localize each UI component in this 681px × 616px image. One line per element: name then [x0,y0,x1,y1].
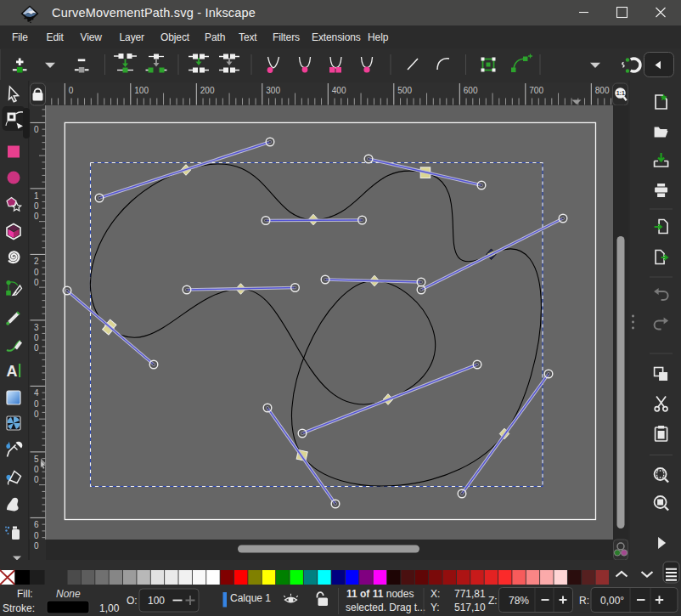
svg-text:None: None [56,588,81,600]
svg-text:Stroke:: Stroke: [3,602,35,614]
svg-text:0: 0 [34,475,39,484]
svg-text:0: 0 [34,278,39,287]
svg-text:500: 500 [397,86,412,95]
svg-text:400: 400 [332,86,346,95]
svg-text:0: 0 [34,201,39,211]
svg-text:0: 0 [34,333,39,342]
svg-text:O:: O: [127,595,138,607]
svg-text:800: 800 [595,86,610,95]
svg-text:0: 0 [34,268,39,277]
svg-text:5: 5 [34,455,39,464]
svg-text:selected. Drag t...: selected. Drag t... [346,602,425,613]
svg-text:600: 600 [464,86,478,95]
svg-text:1:1: 1:1 [616,90,625,96]
svg-text:4: 4 [34,388,39,398]
svg-text:0: 0 [34,410,39,419]
svg-text:700: 700 [529,86,543,95]
svg-text:1: 1 [34,191,39,201]
svg-text:78%: 78% [509,595,529,607]
svg-text:517,10: 517,10 [454,602,486,613]
svg-text:11 of 11 nodes: 11 of 11 nodes [346,588,414,600]
svg-text:3: 3 [34,323,39,332]
svg-text:X:: X: [431,588,440,600]
svg-text:Fill:: Fill: [17,588,33,600]
svg-text:0: 0 [34,399,39,409]
svg-text:0: 0 [34,541,39,551]
svg-text:Z:: Z: [488,595,498,607]
svg-text:200: 200 [200,86,215,95]
svg-text:Y:: Y: [431,602,440,613]
svg-text:R:: R: [579,595,589,607]
svg-text:A: A [7,363,18,380]
svg-text:0: 0 [69,86,74,95]
svg-text:100: 100 [134,86,149,95]
svg-text:0: 0 [34,212,39,221]
svg-text:1,00: 1,00 [99,602,120,614]
svg-text:0,00°: 0,00° [600,595,624,607]
svg-text:300: 300 [266,86,280,95]
svg-text:0: 0 [34,343,39,353]
svg-text:0: 0 [34,531,39,540]
svg-text:0: 0 [34,465,39,474]
svg-text:771,81: 771,81 [454,588,486,600]
svg-text:2: 2 [34,257,39,266]
svg-text:100: 100 [148,595,165,607]
svg-text:0: 0 [34,125,39,134]
svg-text:6: 6 [34,520,39,529]
svg-text:Calque 1: Calque 1 [230,592,271,604]
